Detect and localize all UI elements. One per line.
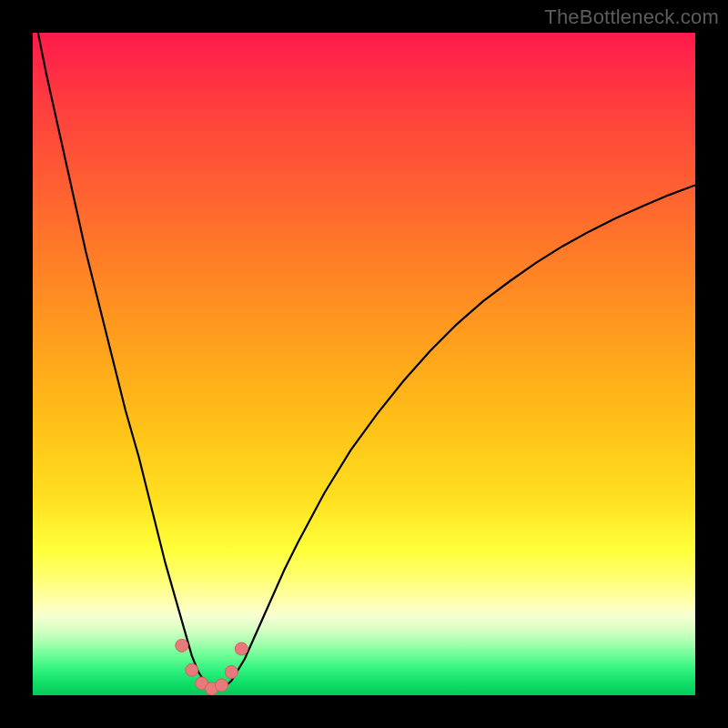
plot-area	[33, 33, 695, 695]
data-marker	[186, 663, 198, 676]
data-marker	[215, 679, 228, 692]
data-marker	[235, 642, 248, 655]
watermark-text: TheBottleneck.com	[544, 5, 719, 29]
bottleneck-curve-layer	[33, 33, 695, 695]
chart-frame: TheBottleneck.com	[0, 0, 728, 728]
bottleneck-curve	[33, 6, 695, 689]
data-marker	[176, 639, 188, 652]
data-marker	[225, 666, 238, 679]
marker-layer	[176, 639, 248, 694]
